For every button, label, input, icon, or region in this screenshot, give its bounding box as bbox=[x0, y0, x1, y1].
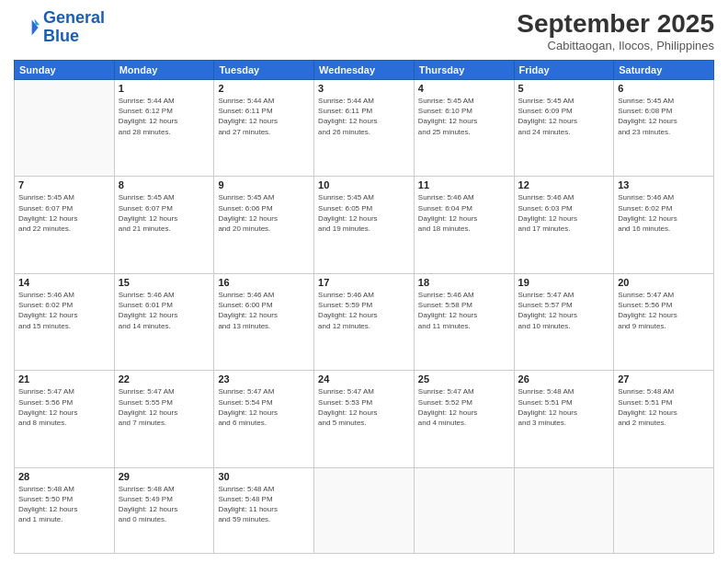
day-number: 25 bbox=[418, 373, 510, 385]
day-number: 8 bbox=[119, 179, 210, 190]
header: General Blue September 2025 Cabittaogan,… bbox=[14, 9, 714, 52]
day-info: Sunrise: 5:48 AM Sunset: 5:51 PM Dayligh… bbox=[618, 386, 710, 428]
day-info: Sunrise: 5:48 AM Sunset: 5:51 PM Dayligh… bbox=[518, 386, 610, 428]
day-info: Sunrise: 5:47 AM Sunset: 5:56 PM Dayligh… bbox=[618, 290, 710, 331]
day-number: 29 bbox=[119, 471, 210, 482]
calendar-cell: 28Sunrise: 5:48 AM Sunset: 5:50 PM Dayli… bbox=[15, 467, 115, 553]
day-info: Sunrise: 5:46 AM Sunset: 6:01 PM Dayligh… bbox=[119, 290, 210, 331]
day-info: Sunrise: 5:47 AM Sunset: 5:57 PM Dayligh… bbox=[518, 290, 610, 331]
calendar-table: SundayMondayTuesdayWednesdayThursdayFrid… bbox=[14, 60, 714, 554]
calendar-cell: 13Sunrise: 5:46 AM Sunset: 6:02 PM Dayli… bbox=[614, 177, 714, 273]
calendar-cell: 4Sunrise: 5:45 AM Sunset: 6:10 PM Daylig… bbox=[414, 80, 514, 177]
calendar-cell: 14Sunrise: 5:46 AM Sunset: 6:02 PM Dayli… bbox=[15, 273, 115, 370]
calendar-cell: 10Sunrise: 5:45 AM Sunset: 6:05 PM Dayli… bbox=[314, 177, 415, 273]
day-info: Sunrise: 5:45 AM Sunset: 6:10 PM Dayligh… bbox=[418, 96, 510, 137]
day-number: 6 bbox=[618, 83, 710, 94]
day-info: Sunrise: 5:46 AM Sunset: 6:04 PM Dayligh… bbox=[418, 192, 510, 234]
day-number: 11 bbox=[418, 179, 510, 190]
calendar-cell: 17Sunrise: 5:46 AM Sunset: 5:59 PM Dayli… bbox=[314, 273, 415, 370]
month-title: September 2025 bbox=[517, 9, 714, 39]
calendar-cell: 9Sunrise: 5:45 AM Sunset: 6:06 PM Daylig… bbox=[214, 177, 314, 273]
weekday-header-row: SundayMondayTuesdayWednesdayThursdayFrid… bbox=[15, 61, 714, 80]
day-number: 7 bbox=[18, 179, 110, 190]
calendar-cell: 26Sunrise: 5:48 AM Sunset: 5:51 PM Dayli… bbox=[514, 371, 614, 467]
calendar-cell: 8Sunrise: 5:45 AM Sunset: 6:07 PM Daylig… bbox=[114, 177, 214, 273]
day-info: Sunrise: 5:46 AM Sunset: 6:02 PM Dayligh… bbox=[18, 290, 110, 331]
day-number: 5 bbox=[518, 83, 610, 94]
logo-icon bbox=[14, 15, 40, 40]
day-info: Sunrise: 5:47 AM Sunset: 5:56 PM Dayligh… bbox=[18, 386, 110, 428]
calendar-cell: 2Sunrise: 5:44 AM Sunset: 6:11 PM Daylig… bbox=[214, 80, 314, 177]
calendar-cell: 29Sunrise: 5:48 AM Sunset: 5:49 PM Dayli… bbox=[114, 467, 214, 553]
day-number: 23 bbox=[218, 373, 310, 385]
calendar-cell: 16Sunrise: 5:46 AM Sunset: 6:00 PM Dayli… bbox=[214, 273, 314, 370]
day-info: Sunrise: 5:46 AM Sunset: 6:02 PM Dayligh… bbox=[618, 192, 710, 234]
calendar-cell: 20Sunrise: 5:47 AM Sunset: 5:56 PM Dayli… bbox=[614, 273, 714, 370]
calendar-cell bbox=[414, 467, 514, 553]
day-info: Sunrise: 5:48 AM Sunset: 5:48 PM Dayligh… bbox=[218, 484, 310, 525]
calendar-cell: 30Sunrise: 5:48 AM Sunset: 5:48 PM Dayli… bbox=[214, 467, 314, 553]
day-number: 24 bbox=[318, 373, 410, 385]
day-info: Sunrise: 5:46 AM Sunset: 5:59 PM Dayligh… bbox=[318, 290, 410, 331]
svg-marker-0 bbox=[32, 19, 39, 35]
day-number: 1 bbox=[119, 83, 210, 94]
day-number: 3 bbox=[318, 83, 410, 94]
logo-text: General Blue bbox=[43, 9, 105, 46]
calendar-cell bbox=[314, 467, 415, 553]
calendar-cell: 5Sunrise: 5:45 AM Sunset: 6:09 PM Daylig… bbox=[514, 80, 614, 177]
day-number: 30 bbox=[218, 471, 310, 482]
page: General Blue September 2025 Cabittaogan,… bbox=[0, 0, 728, 563]
calendar-cell: 18Sunrise: 5:46 AM Sunset: 5:58 PM Dayli… bbox=[414, 273, 514, 370]
day-number: 14 bbox=[18, 277, 110, 288]
calendar-cell: 22Sunrise: 5:47 AM Sunset: 5:55 PM Dayli… bbox=[114, 371, 214, 467]
day-number: 22 bbox=[119, 373, 210, 385]
day-info: Sunrise: 5:45 AM Sunset: 6:09 PM Dayligh… bbox=[518, 96, 610, 137]
day-info: Sunrise: 5:45 AM Sunset: 6:08 PM Dayligh… bbox=[618, 96, 710, 137]
calendar-cell: 23Sunrise: 5:47 AM Sunset: 5:54 PM Dayli… bbox=[214, 371, 314, 467]
day-info: Sunrise: 5:46 AM Sunset: 6:03 PM Dayligh… bbox=[518, 192, 610, 234]
day-info: Sunrise: 5:45 AM Sunset: 6:05 PM Dayligh… bbox=[318, 192, 410, 234]
day-number: 10 bbox=[318, 179, 410, 190]
weekday-header-saturday: Saturday bbox=[614, 61, 714, 80]
title-block: September 2025 Cabittaogan, Ilocos, Phil… bbox=[517, 9, 714, 52]
calendar-cell: 3Sunrise: 5:44 AM Sunset: 6:11 PM Daylig… bbox=[314, 80, 415, 177]
calendar-cell: 24Sunrise: 5:47 AM Sunset: 5:53 PM Dayli… bbox=[314, 371, 415, 467]
day-info: Sunrise: 5:44 AM Sunset: 6:12 PM Dayligh… bbox=[119, 96, 210, 137]
week-row-3: 21Sunrise: 5:47 AM Sunset: 5:56 PM Dayli… bbox=[15, 371, 714, 467]
day-info: Sunrise: 5:48 AM Sunset: 5:49 PM Dayligh… bbox=[119, 484, 210, 525]
day-info: Sunrise: 5:47 AM Sunset: 5:55 PM Dayligh… bbox=[119, 386, 210, 428]
day-number: 15 bbox=[119, 277, 210, 288]
weekday-header-thursday: Thursday bbox=[414, 61, 514, 80]
calendar-cell: 1Sunrise: 5:44 AM Sunset: 6:12 PM Daylig… bbox=[114, 80, 214, 177]
day-number: 28 bbox=[18, 471, 110, 482]
calendar-cell: 15Sunrise: 5:46 AM Sunset: 6:01 PM Dayli… bbox=[114, 273, 214, 370]
week-row-2: 14Sunrise: 5:46 AM Sunset: 6:02 PM Dayli… bbox=[15, 273, 714, 370]
week-row-1: 7Sunrise: 5:45 AM Sunset: 6:07 PM Daylig… bbox=[15, 177, 714, 273]
day-info: Sunrise: 5:44 AM Sunset: 6:11 PM Dayligh… bbox=[318, 96, 410, 137]
weekday-header-sunday: Sunday bbox=[15, 61, 115, 80]
day-info: Sunrise: 5:44 AM Sunset: 6:11 PM Dayligh… bbox=[218, 96, 310, 137]
calendar-cell: 27Sunrise: 5:48 AM Sunset: 5:51 PM Dayli… bbox=[614, 371, 714, 467]
calendar-body: 1Sunrise: 5:44 AM Sunset: 6:12 PM Daylig… bbox=[15, 80, 714, 554]
day-number: 4 bbox=[418, 83, 510, 94]
week-row-4: 28Sunrise: 5:48 AM Sunset: 5:50 PM Dayli… bbox=[15, 467, 714, 553]
day-info: Sunrise: 5:45 AM Sunset: 6:07 PM Dayligh… bbox=[119, 192, 210, 234]
calendar-cell bbox=[614, 467, 714, 553]
weekday-header-monday: Monday bbox=[114, 61, 214, 80]
week-row-0: 1Sunrise: 5:44 AM Sunset: 6:12 PM Daylig… bbox=[15, 80, 714, 177]
day-number: 18 bbox=[418, 277, 510, 288]
weekday-header-friday: Friday bbox=[514, 61, 614, 80]
day-number: 13 bbox=[618, 179, 710, 190]
weekday-header-tuesday: Tuesday bbox=[214, 61, 314, 80]
day-info: Sunrise: 5:48 AM Sunset: 5:50 PM Dayligh… bbox=[18, 484, 110, 525]
day-number: 21 bbox=[18, 373, 110, 385]
day-number: 12 bbox=[518, 179, 610, 190]
day-number: 2 bbox=[218, 83, 310, 94]
day-info: Sunrise: 5:45 AM Sunset: 6:07 PM Dayligh… bbox=[18, 192, 110, 234]
day-info: Sunrise: 5:46 AM Sunset: 6:00 PM Dayligh… bbox=[218, 290, 310, 331]
location: Cabittaogan, Ilocos, Philippines bbox=[517, 39, 714, 52]
day-number: 19 bbox=[518, 277, 610, 288]
logo-general: General bbox=[43, 8, 105, 27]
day-info: Sunrise: 5:47 AM Sunset: 5:52 PM Dayligh… bbox=[418, 386, 510, 428]
day-number: 20 bbox=[618, 277, 710, 288]
